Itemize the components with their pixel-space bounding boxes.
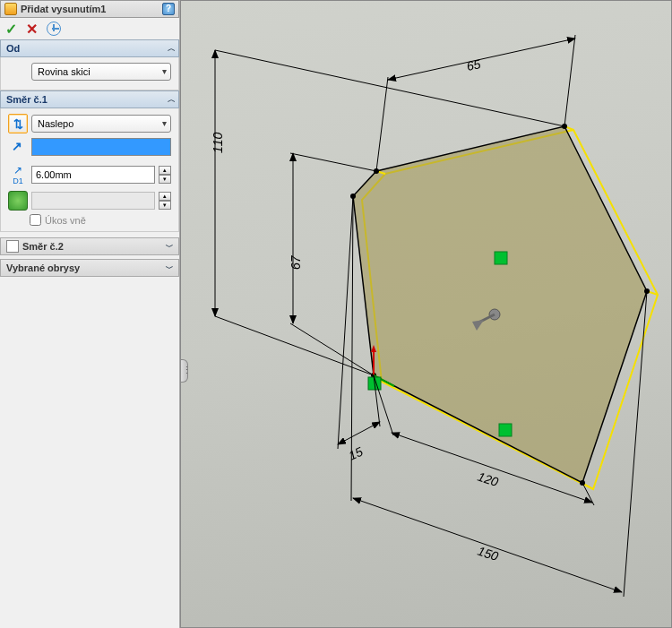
svg-line-32 — [338, 422, 380, 444]
dim-15: 15 — [347, 444, 366, 463]
section-from-header[interactable]: Od ︿ — [0, 39, 179, 57]
section-dir2-label: Směr č.2 — [22, 241, 64, 252]
graphics-viewport[interactable]: 110 67 65 15 120 150 — [180, 0, 672, 628]
dim-110: 110 — [211, 132, 225, 153]
spinner-down: ▾ — [159, 201, 171, 210]
svg-line-25 — [215, 316, 374, 375]
feature-title: Přidat vysunutím1 — [21, 4, 162, 14]
section-contours-label: Vybrané obrysy — [6, 262, 80, 273]
draft-outward-checkbox[interactable] — [30, 214, 41, 226]
dim-65: 65 — [465, 56, 482, 73]
extrude-icon — [4, 3, 17, 15]
svg-line-29 — [388, 39, 575, 80]
cancel-button[interactable]: ✕ — [26, 21, 38, 38]
draft-outward-checkbox-row: Úkos vně — [30, 214, 171, 226]
spinner-down[interactable]: ▾ — [159, 175, 171, 184]
chevron-up-icon: ︿ — [168, 43, 173, 55]
ok-button[interactable]: ✓ — [5, 21, 17, 38]
from-plane-dropdown[interactable]: Rovina skici — [31, 63, 171, 81]
draft-spinner: ▴ ▾ — [159, 192, 171, 210]
depth-spinner[interactable]: ▴ ▾ — [159, 166, 171, 184]
chevron-down-icon: ︿ — [168, 262, 173, 274]
chevron-down-icon: ︿ — [168, 241, 173, 253]
section-dir2-header[interactable]: Směr č.2 ︿ — [0, 237, 179, 255]
depth-input[interactable]: 6.00mm — [31, 166, 155, 184]
section-contours-header[interactable]: Vybrané obrysy ︿ — [0, 259, 179, 277]
help-button[interactable]: ? — [162, 3, 175, 15]
checkbox-icon[interactable] — [6, 240, 19, 253]
svg-line-33 — [338, 196, 353, 449]
chevron-up-icon: ︿ — [168, 94, 173, 106]
direction-ref-field[interactable] — [31, 138, 171, 156]
draft-angle-field — [31, 192, 155, 210]
spinner-up: ▴ — [159, 192, 171, 201]
dim-150: 150 — [476, 544, 500, 564]
svg-line-31 — [564, 35, 575, 126]
draft-toggle-button[interactable] — [8, 191, 28, 211]
end-condition-dropdown[interactable]: Naslepo — [31, 115, 171, 133]
dim-67: 67 — [289, 254, 303, 270]
section-dir1-header[interactable]: Směr č.1 ︿ — [0, 90, 179, 108]
svg-rect-18 — [495, 252, 507, 264]
reverse-direction-button[interactable]: ⇅ — [8, 114, 28, 133]
depth-icon: ↗D1 — [8, 164, 28, 185]
direction-icon[interactable] — [8, 137, 28, 157]
dim-120: 120 — [476, 469, 500, 490]
svg-line-27 — [290, 153, 376, 171]
property-panel: Přidat vysunutím1 ? ✓ ✕ Od ︿ Rovina skic… — [0, 0, 180, 628]
spinner-up[interactable]: ▴ — [159, 166, 171, 175]
svg-line-24 — [215, 50, 564, 126]
section-dir1-body: ⇅ Naslepo ↗D1 6.00mm ▴ ▾ ▴ ▾ — [0, 108, 179, 232]
section-from-body: Rovina skici — [0, 57, 179, 90]
detailed-preview-button[interactable] — [47, 22, 61, 36]
svg-line-30 — [376, 77, 388, 171]
svg-rect-19 — [499, 424, 512, 436]
draft-outward-label: Úkos vně — [45, 215, 86, 226]
sketch-canvas: 110 67 65 15 120 150 — [181, 1, 672, 628]
section-dir1-label: Směr č.1 — [6, 94, 47, 105]
action-bar: ✓ ✕ — [0, 18, 179, 39]
section-from-label: Od — [6, 43, 20, 54]
feature-titlebar: Přidat vysunutím1 ? — [0, 0, 179, 18]
